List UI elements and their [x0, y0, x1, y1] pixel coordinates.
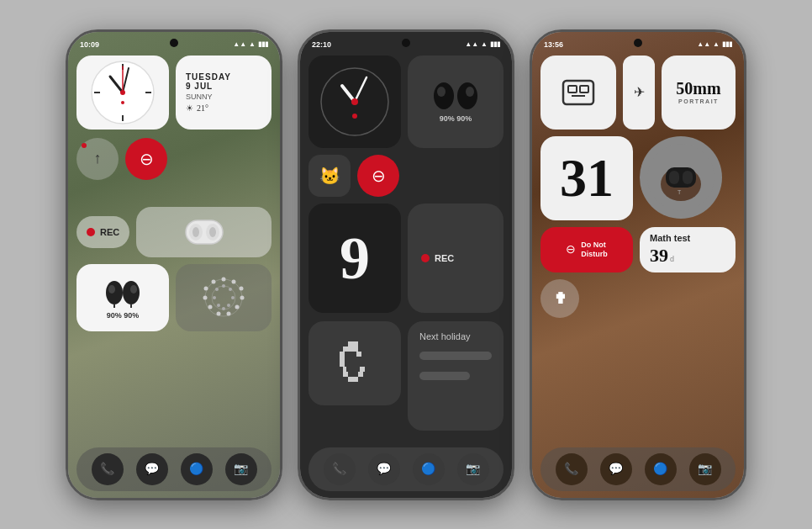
phone3-signal-icon: ▲▲ [697, 40, 710, 48]
phone3-dnd-widget[interactable]: ⊖ Do NotDisturb [540, 227, 633, 272]
phone1-row4: 90% 90% [76, 264, 272, 331]
phone3-widget-area: ✈ 50mm PORTRAIT 31 [540, 56, 736, 447]
phone1-weather-condition: SUNNY [186, 93, 261, 101]
phone2-dock-phone[interactable]: 📞 [324, 453, 356, 485]
phone2-time: 22:10 [312, 40, 331, 49]
phone3-dock-chat[interactable]: 💬 [600, 453, 632, 485]
phone1-minus-btn[interactable]: ⊖ [125, 138, 167, 180]
phone3-day31-widget[interactable]: 31 [540, 136, 633, 220]
phone2-notch [402, 39, 410, 47]
phone3-portrait-widget[interactable]: 50mm PORTRAIT [662, 56, 736, 130]
svg-rect-77 [683, 171, 693, 184]
phone1-dock-chat[interactable]: 💬 [136, 453, 168, 485]
phone3-dock-browser-icon: 🔵 [653, 462, 667, 476]
phone2-screen: 22:10 ▲▲ ▲ ▮▮▮ [300, 32, 512, 498]
phone2-row1: 90% 90% [308, 56, 504, 148]
phone2-dock-browser[interactable]: 🔵 [413, 453, 445, 485]
svg-point-16 [123, 281, 140, 304]
phone1-analog-clock [90, 60, 156, 125]
phone2-dock-chat[interactable]: 💬 [368, 453, 400, 485]
phone1-widget-area: TUESDAY 9 JUL SUNNY ☀ 21° ↑ [76, 56, 272, 447]
phone1-rec-widget[interactable]: REC [76, 216, 129, 248]
phone3-math-unit: d [670, 255, 674, 263]
phone2-dock: 📞 💬 🔵 📷 [308, 447, 504, 491]
svg-point-41 [215, 288, 219, 291]
phone1-earbuds-case-widget[interactable] [136, 207, 272, 257]
phone3-dock: 📞 💬 🔵 📷 [540, 447, 736, 491]
phone2-nine-widget[interactable]: 9 [308, 204, 401, 313]
svg-point-8 [120, 90, 125, 95]
svg-point-47 [434, 82, 454, 109]
svg-rect-63 [360, 367, 365, 372]
svg-point-40 [213, 296, 216, 299]
phone3-row3: ⊖ Do NotDisturb Math test 39 d [540, 227, 736, 272]
phone2-signal-icon: ▲▲ [465, 40, 478, 48]
phone2-cat-widget[interactable]: 🐱 [308, 155, 351, 197]
phone2-dock-camera-icon: 📷 [466, 462, 480, 476]
svg-point-14 [209, 227, 216, 237]
phone3-photo-svg: T [647, 144, 714, 211]
phone3-plane-icon: ✈ [634, 84, 645, 100]
phone2-right-col: REC [408, 204, 504, 313]
phone1-screen: 10:09 ▲▲ ▲ ▮▮▮ [68, 32, 280, 498]
svg-point-13 [192, 227, 199, 237]
phone3-math-widget[interactable]: Math test 39 d [640, 227, 736, 272]
phone1-weather-widget[interactable]: TUESDAY 9 JUL SUNNY ☀ 21° [176, 56, 272, 130]
phone1-red-dot [82, 143, 87, 148]
phone2-earbuds-widget[interactable]: 90% 90% [408, 56, 504, 148]
phone1-dot-pattern-svg [190, 272, 257, 323]
svg-point-30 [208, 304, 213, 309]
phone2-clock-widget[interactable] [308, 56, 401, 148]
phone2-moon-widget[interactable] [308, 321, 401, 405]
phone1-dock-chat-icon: 💬 [145, 462, 159, 476]
svg-point-49 [437, 87, 446, 97]
svg-point-33 [212, 279, 216, 283]
phone2-minus-btn[interactable]: ⊖ [357, 155, 399, 197]
phone3-camera-svg [560, 74, 597, 111]
phone1-dot-pattern-widget[interactable] [176, 264, 272, 331]
phone3-up-arrow-widget[interactable]: ✟ [540, 279, 579, 318]
svg-point-18 [130, 285, 137, 294]
phone2-row4: Next holiday [308, 321, 504, 431]
phone1-sun-icon: ☀ [186, 103, 193, 113]
phone1-row3: REC [76, 207, 272, 257]
svg-rect-52 [353, 341, 358, 346]
phone1-weather-temp: ☀ 21° [186, 103, 261, 113]
phone3-screen: 13:56 ▲▲ ▲ ▮▮▮ [532, 32, 744, 498]
phone2-battery-icon: ▮▮▮ [490, 40, 500, 48]
phone2-holiday-bar2 [419, 372, 470, 380]
phone1-wifi-icon: ▲ [249, 40, 256, 48]
phone1-dock-browser[interactable]: 🔵 [181, 453, 213, 485]
phone1-weather-day: TUESDAY [186, 72, 261, 82]
svg-point-36 [231, 296, 235, 299]
svg-point-37 [227, 304, 230, 307]
phone2-next-holiday-widget[interactable]: Next holiday [408, 321, 504, 431]
phone3-dock-phone[interactable]: 📞 [556, 453, 588, 485]
phone3-row4: ✟ [540, 279, 736, 318]
phone1-earbuds-widget[interactable]: 90% 90% [76, 264, 169, 331]
phone3-math-title: Math test [650, 233, 725, 243]
phone3-camera-widget[interactable] [540, 56, 616, 130]
phone3-day-number: 31 [560, 151, 614, 205]
phone3-portrait-mm: 50mm [676, 80, 720, 97]
phone3-plane-widget[interactable]: ✈ [623, 56, 655, 130]
phone3-photo-widget[interactable]: T [640, 136, 722, 219]
phone2-dock-browser-icon: 🔵 [421, 462, 435, 476]
svg-point-39 [217, 304, 220, 307]
phone2-rec-widget[interactable]: REC [408, 204, 504, 313]
svg-point-32 [204, 286, 208, 290]
phone3-dock-browser[interactable]: 🔵 [645, 453, 677, 485]
phone1-clock-widget[interactable] [76, 56, 169, 130]
phone2-dock-camera[interactable]: 📷 [457, 453, 489, 485]
phone1-dock-browser-icon: 🔵 [189, 462, 203, 476]
phone1-upload-btn[interactable]: ↑ [76, 138, 119, 180]
phone3-dock-camera[interactable]: 📷 [689, 453, 721, 485]
svg-rect-59 [343, 372, 348, 377]
phone1-dock-camera[interactable]: 📷 [225, 453, 257, 485]
phone2-status-icons: ▲▲ ▲ ▮▮▮ [465, 40, 500, 48]
svg-rect-56 [340, 357, 345, 362]
phone2-dock-chat-icon: 💬 [377, 462, 391, 476]
svg-point-45 [351, 98, 358, 105]
phones-container: 10:09 ▲▲ ▲ ▮▮▮ [66, 29, 746, 500]
phone1-dock-phone[interactable]: 📞 [92, 453, 124, 485]
